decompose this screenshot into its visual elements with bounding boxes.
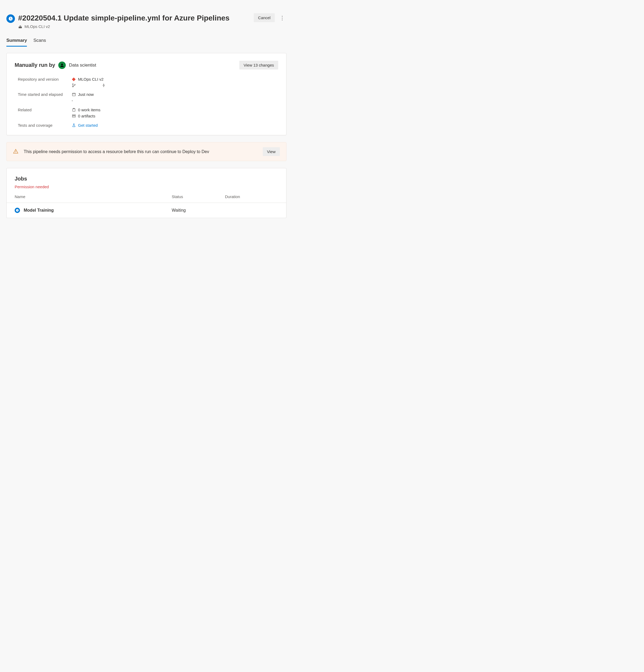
banner-text: This pipeline needs permission to access… [24, 148, 258, 155]
artifacts-link[interactable]: 0 artifacts [72, 114, 278, 118]
permission-banner: This pipeline needs permission to access… [7, 142, 286, 161]
artifact-icon [72, 114, 76, 118]
flask-icon [72, 123, 76, 128]
run-by-prefix: Manually run by [15, 62, 55, 68]
svg-rect-0 [19, 27, 22, 28]
run-by-user: Data scientist [69, 62, 96, 68]
commit-icon[interactable] [102, 83, 106, 87]
run-status-icon [7, 14, 15, 23]
calendar-icon [72, 92, 76, 97]
work-items-link[interactable]: 0 work items [72, 108, 278, 112]
jobs-stage-status: Permission needed [15, 184, 278, 189]
time-label: Time started and elapsed [18, 92, 69, 103]
svg-point-3 [72, 84, 73, 84]
warning-icon [13, 148, 19, 155]
repo-value[interactable]: MLOps CLI v2 [72, 77, 278, 82]
banner-view-button[interactable]: View [263, 147, 280, 156]
repo-label: Repository and version [18, 77, 69, 87]
time-started: Just now [78, 92, 94, 97]
pipeline-name: MLOps CLI v2 [24, 24, 50, 29]
view-changes-button[interactable]: View 13 changes [239, 61, 278, 70]
repo-icon [72, 77, 76, 82]
jobs-title: Jobs [15, 176, 278, 182]
tabs: Summary Scans [7, 36, 286, 47]
page-title: #20220504.1 Update simple-pipeline.yml f… [18, 13, 251, 23]
svg-rect-2 [21, 25, 21, 27]
svg-rect-11 [72, 116, 75, 117]
tests-get-started-link[interactable]: Get started [78, 123, 98, 128]
job-name-text: Model Training [24, 208, 54, 213]
col-duration: Duration [225, 194, 278, 199]
clipboard-icon [72, 108, 76, 112]
branch-icon[interactable] [72, 83, 76, 87]
tab-scans[interactable]: Scans [33, 36, 46, 47]
time-elapsed: - [72, 98, 73, 103]
svg-rect-10 [72, 115, 75, 116]
pipeline-icon [18, 24, 22, 29]
tests-label: Tests and coverage [18, 123, 69, 128]
pipeline-subtitle[interactable]: MLOps CLI v2 [18, 24, 251, 29]
job-status-text: Waiting [172, 208, 225, 213]
job-status-icon [15, 208, 20, 213]
cancel-button[interactable]: Cancel [254, 13, 275, 22]
svg-point-5 [74, 84, 75, 85]
job-row[interactable]: Model Training Waiting [7, 203, 286, 218]
more-actions-button[interactable]: ⋮ [278, 14, 286, 22]
tab-summary[interactable]: Summary [7, 36, 27, 47]
svg-rect-1 [20, 25, 20, 27]
svg-point-6 [103, 85, 104, 86]
summary-card: Manually run by Data scientist View 13 c… [7, 53, 286, 135]
jobs-card: Jobs Permission needed Name Status Durat… [7, 168, 286, 218]
svg-point-12 [15, 152, 16, 153]
related-label: Related [18, 108, 69, 118]
col-name: Name [15, 194, 172, 199]
col-status: Status [172, 194, 225, 199]
avatar [58, 61, 66, 69]
svg-rect-7 [72, 93, 75, 96]
